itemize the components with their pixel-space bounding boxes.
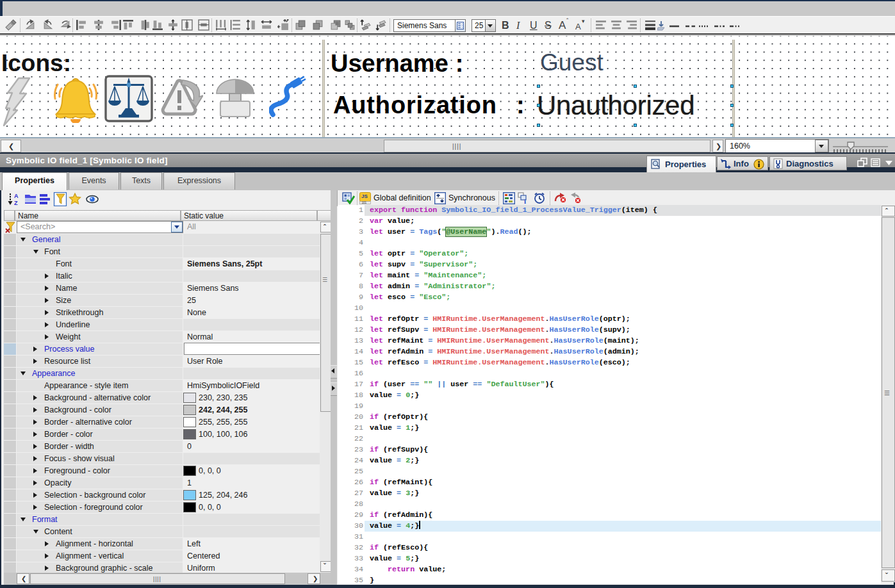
svg-text:101: 101 [361,201,366,204]
svg-text:i: i [524,197,526,204]
svg-text:A: A [14,193,19,199]
svg-text:Z: Z [14,200,18,206]
svg-text:JS: JS [361,193,368,199]
